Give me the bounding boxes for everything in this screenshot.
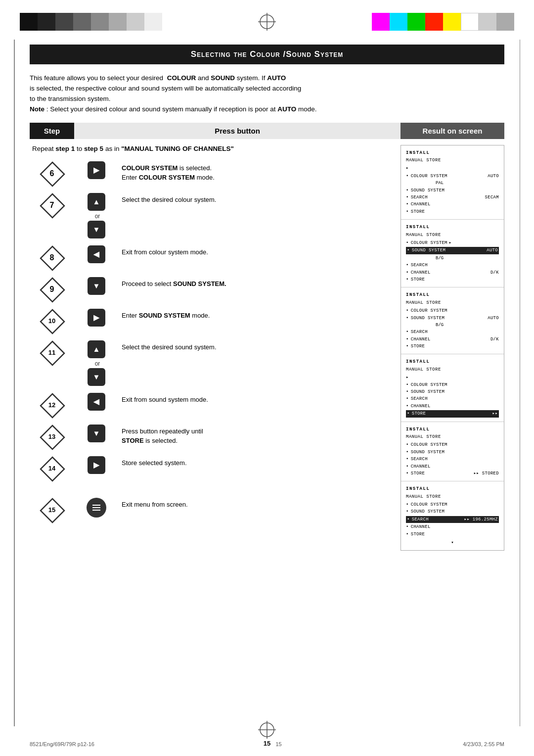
swatch-r8 <box>496 13 514 31</box>
table-headers: Step Press button Result on screen <box>30 123 504 139</box>
header-press: Press button <box>74 123 400 139</box>
step-desc-13: Press button repeatedly untilSTORE is se… <box>119 423 400 446</box>
swatch-6 <box>109 13 127 31</box>
step-row-15: 15 Exit menu from screen. <box>30 496 400 522</box>
screen-panel-5: INSTALL MANUAL STORE • COLOUR SYSTEM • S… <box>401 422 504 482</box>
screen-sub-2: MANUAL STORE <box>406 232 499 238</box>
crosshair-top <box>255 9 279 34</box>
step-desc-11: Select the desired sound system. <box>119 338 400 352</box>
screen-item-cs-4: ▸ <box>406 374 499 381</box>
step-desc-8: Exit from colour system mode. <box>119 243 400 257</box>
crosshair-bottom <box>257 720 277 741</box>
step-num-6: 6 <box>30 159 74 186</box>
page-title: Selecting the Colour /Sound System <box>30 45 504 64</box>
step-num-14: 14 <box>30 454 74 481</box>
step-row-8: 8 ◀ Exit from colour system mode. <box>30 243 400 270</box>
menu-button[interactable] <box>87 498 106 518</box>
footer-right: 4/23/03, 2:55 PM <box>463 741 504 747</box>
step-btn-7: ▲ or ▼ <box>74 191 119 238</box>
swatch-5 <box>91 13 109 31</box>
up-arrow-button-11[interactable]: ▲ <box>88 340 105 358</box>
screen-item-ch-1: • CHANNEL <box>406 201 499 208</box>
step-row-7: 7 ▲ or ▼ Select the desired colour syste… <box>30 191 400 238</box>
swatch-8 <box>144 13 162 31</box>
screen-sub-4: MANUAL STORE <box>406 366 499 373</box>
screen-item-cs-3: • COLOUR SYSTEM <box>406 307 499 314</box>
footer-middle: 15 <box>275 741 281 747</box>
page-border-right <box>520 40 521 726</box>
right-arrow-button-14[interactable]: ▶ <box>88 456 105 474</box>
intro-paragraph: This feature allows you to select your d… <box>30 73 504 115</box>
screen-item-st-2: • STORE <box>406 276 499 283</box>
step-num-13: 13 <box>30 423 74 449</box>
down-arrow-button-9[interactable]: ▼ <box>88 277 105 295</box>
step-desc-7: Select the desired colour system. <box>119 191 400 205</box>
step-btn-11: ▲ or ▼ <box>74 338 119 386</box>
repeat-note: Repeat step 1 to step 5 as in "MANUAL TU… <box>30 145 400 152</box>
screen-item-ss-1: • SOUND SYSTEM <box>406 187 499 194</box>
screen-item-ch-5: • CHANNEL <box>406 463 499 470</box>
steps-list: Repeat step 1 to step 5 as in "MANUAL TU… <box>30 145 400 527</box>
swatch-7 <box>127 13 144 31</box>
screen-item-st-1: • STORE <box>406 208 499 215</box>
screen-item-ss-3: • SOUND SYSTEM AUTO <box>406 315 499 322</box>
swatch-2 <box>38 13 55 31</box>
screen-item-cs-5: • COLOUR SYSTEM <box>406 441 499 448</box>
swatch-r3 <box>407 13 425 31</box>
swatch-r1 <box>372 13 390 31</box>
screen-title-6: INSTALL <box>406 485 499 492</box>
screen-panel-6: INSTALL MANUAL STORE • COLOUR SYSTEM • S… <box>401 481 504 550</box>
screen-item-st-3: • STORE <box>406 343 499 350</box>
screen-title-3: INSTALL <box>406 291 499 298</box>
step-row-14: 14 ▶ Store selected system. <box>30 454 400 481</box>
screen-item-sr-3: • SEARCH <box>406 329 499 335</box>
left-arrow-button-8[interactable]: ◀ <box>88 245 105 263</box>
screen-item-st-5: • STORE ▸▸ STORED <box>406 470 499 477</box>
screen-panel-3: INSTALL MANUAL STORE • COLOUR SYSTEM • S… <box>401 287 504 354</box>
swatch-r5 <box>443 13 461 31</box>
step-row-11: 11 ▲ or ▼ Select the desired sound syste… <box>30 338 400 386</box>
svg-rect-15 <box>92 510 100 511</box>
screen-item-ss-4: • SOUND SYSTEM <box>406 388 499 395</box>
down-arrow-button-11[interactable]: ▼ <box>88 368 105 386</box>
step-row-12: 12 ◀ Exit from sound system mode. <box>30 391 400 418</box>
left-arrow-button-12[interactable]: ◀ <box>88 393 105 411</box>
swatch-1 <box>20 13 38 31</box>
color-bar-top <box>0 0 534 40</box>
screen-item-sr-2: • SEARCH <box>406 262 499 269</box>
step-desc-10: Enter SOUND SYSTEM mode. <box>119 307 400 321</box>
screen-item-sr-5: • SEARCH <box>406 456 499 463</box>
screen-item-sr-1: • SEARCH SECAM <box>406 194 499 201</box>
screen-item-ch-4: • CHANNEL <box>406 403 499 410</box>
step-num-9: 9 <box>30 275 74 302</box>
right-arrow-button-10[interactable]: ▶ <box>88 309 105 327</box>
step-row-13: 13 ▼ Press button repeatedly untilSTORE … <box>30 423 400 449</box>
right-arrow-button[interactable]: ▶ <box>88 161 105 179</box>
step-num-10: 10 <box>30 307 74 333</box>
screen-item-cs-6: • COLOUR SYSTEM <box>406 501 499 508</box>
screen-item-ss-6: • SOUND SYSTEM <box>406 508 499 515</box>
screen-panel-2: INSTALL MANUAL STORE • COLOUR SYSTEM ▸ •… <box>401 220 504 287</box>
swatch-3 <box>55 13 73 31</box>
down-arrow-button-7[interactable]: ▼ <box>88 221 105 238</box>
screen-title-4: INSTALL <box>406 358 499 365</box>
down-arrow-button-13[interactable]: ▼ <box>88 425 105 442</box>
swatch-r2 <box>390 13 407 31</box>
color-swatches-left <box>20 13 162 31</box>
screen-sub-3: MANUAL STORE <box>406 299 499 306</box>
step-btn-8: ◀ <box>74 243 119 263</box>
screen-panel-1: INSTALL MANUAL STORE ▸ • COLOUR SYSTEM A… <box>401 145 504 220</box>
step-desc-6: COLOUR SYSTEM is selected.Enter COLOUR S… <box>119 159 400 183</box>
screen-title-2: INSTALL <box>406 224 499 231</box>
main-content: Selecting the Colour /Sound System This … <box>0 40 534 570</box>
step-desc-9: Proceed to select SOUND SYSTEM. <box>119 275 400 289</box>
screen-item-cs-2: • COLOUR SYSTEM ▸ <box>406 239 499 246</box>
screen-item-ss-5: • SOUND SYSTEM <box>406 449 499 456</box>
header-step: Step <box>30 123 74 139</box>
screen-panels: INSTALL MANUAL STORE ▸ • COLOUR SYSTEM A… <box>400 145 504 551</box>
or-label-7: or <box>93 213 100 220</box>
up-arrow-button[interactable]: ▲ <box>88 193 105 211</box>
step-btn-9: ▼ <box>74 275 119 295</box>
screen-item-sr-6-hl: • SEARCH ▸▸ 196.25MHZ <box>406 516 499 523</box>
color-swatches-right <box>372 13 514 31</box>
